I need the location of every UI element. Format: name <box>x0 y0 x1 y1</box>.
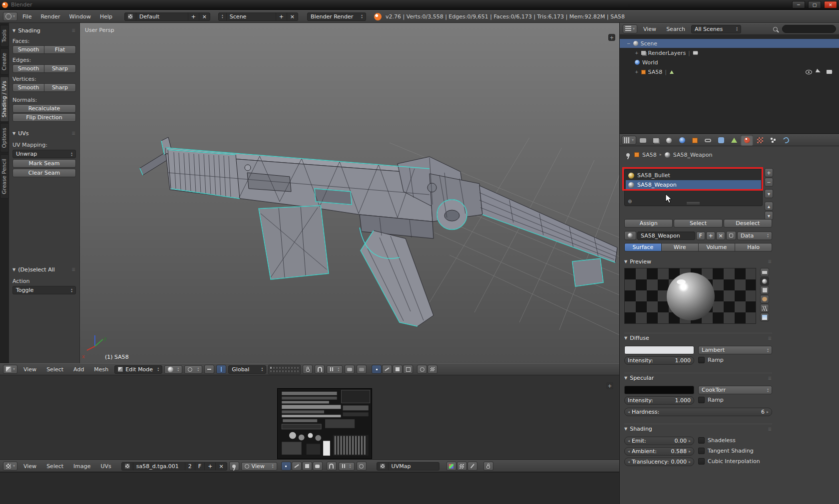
viewport-shading-dropdown[interactable]: ▴▾ <box>164 365 182 374</box>
specular-panel-header[interactable]: ▼Specular≣ <box>624 373 772 382</box>
deselect-all-panel-header[interactable]: ▼(De)select All≣ <box>12 265 76 274</box>
tab-particles-icon[interactable] <box>767 135 779 146</box>
preview-panel-header[interactable]: ▼Preview≣ <box>624 257 772 266</box>
tab-render-layers-icon[interactable] <box>650 135 662 146</box>
outliner-row-world[interactable]: World <box>620 58 839 67</box>
menu-help[interactable]: Help <box>96 10 116 22</box>
outliner-row-sa58[interactable]: + SA58 | <box>620 67 839 76</box>
specular-shader-dropdown[interactable]: CookTorr▴▾ <box>698 386 772 394</box>
tab-tools[interactable]: Tools <box>0 25 9 47</box>
menu-window[interactable]: Window <box>65 10 95 22</box>
panel-grip-icon[interactable]: ≣ <box>768 376 772 381</box>
material-slot-weapon[interactable]: SA58_Weapon <box>626 180 761 190</box>
image-users-count[interactable]: 2 <box>185 463 195 470</box>
tab-data-icon[interactable] <box>728 135 740 146</box>
uv-image-editor[interactable]: + <box>0 375 619 460</box>
menu-render[interactable]: Render <box>36 10 64 22</box>
menu-add[interactable]: Add <box>69 364 88 375</box>
scene-delete-button[interactable]: × <box>287 13 298 20</box>
preview-hair-icon[interactable] <box>760 304 769 312</box>
screen-browse-icon[interactable] <box>125 13 136 20</box>
panel-grip-icon[interactable]: ≣ <box>71 28 76 33</box>
render-opengl-icon[interactable] <box>345 365 355 374</box>
tab-scene-icon[interactable] <box>663 135 675 146</box>
outliner-item-label[interactable]: SA58 <box>648 69 663 75</box>
select-mode-edge-icon[interactable] <box>382 365 392 374</box>
preview-cube-icon[interactable] <box>760 286 769 294</box>
menu-file[interactable]: File <box>18 10 35 22</box>
breadcrumb-material[interactable]: SA58_Weapon <box>673 152 713 158</box>
ramp-checkbox[interactable] <box>698 397 705 403</box>
tab-grease-pencil[interactable]: Grease Pencil <box>0 154 9 199</box>
uv-snap-magnet-icon[interactable] <box>327 462 337 471</box>
material-browse-icon[interactable] <box>624 231 636 240</box>
outliner-item-label[interactable]: Scene <box>641 40 658 47</box>
faces-flat-button[interactable]: Flat <box>44 45 76 54</box>
shadeless-checkbox[interactable] <box>698 437 705 444</box>
menu-outliner-view[interactable]: View <box>639 23 660 34</box>
unwrap-dropdown[interactable]: Unwrap▴▾ <box>12 150 76 158</box>
type-wire-button[interactable]: Wire <box>662 243 699 252</box>
scene-name[interactable]: Scene <box>227 13 276 20</box>
occlude-geometry-icon[interactable] <box>403 365 413 374</box>
type-surface-button[interactable]: Surface <box>624 243 662 252</box>
material-unlink-button[interactable]: × <box>716 232 725 240</box>
material-name-field[interactable]: SA58_Weapon <box>637 232 695 240</box>
tab-options[interactable]: Options <box>0 123 9 153</box>
expander-icon[interactable]: + <box>635 69 639 74</box>
snap-magnet-icon[interactable] <box>315 365 325 374</box>
image-fake-user-button[interactable]: F <box>195 463 205 470</box>
editor-type-outliner-button[interactable]: ▾ <box>623 24 637 33</box>
outliner-item-label[interactable]: RenderLayers <box>648 50 686 56</box>
outliner-search-input[interactable] <box>782 25 836 33</box>
emit-field[interactable]: ◂Emit:0.00▸ <box>624 437 694 445</box>
breadcrumb-object[interactable]: SA58 <box>642 152 657 158</box>
image-name[interactable]: sa58_d.tga.001 <box>133 463 185 470</box>
list-filter-toggle-icon[interactable]: ⊕ <box>628 199 632 204</box>
vertices-sharp-button[interactable]: Sharp <box>44 83 76 92</box>
material-slot-bullet[interactable]: SA58_Bullet <box>626 171 761 180</box>
slot-specials-icon[interactable]: ▾ <box>765 189 773 198</box>
cubic-interpolation-checkbox[interactable] <box>698 458 705 465</box>
draw-channel-color-icon[interactable] <box>446 462 456 471</box>
viewport-3d[interactable]: User Persp + y x (1) SA58 <box>80 23 619 363</box>
tab-render-icon[interactable] <box>637 135 649 146</box>
select-mode-face-icon[interactable] <box>393 365 403 374</box>
menu-view[interactable]: View <box>19 461 40 472</box>
outliner-item-label[interactable]: World <box>642 59 658 66</box>
edges-smooth-button[interactable]: Smooth <box>12 64 44 73</box>
tab-physics-icon[interactable] <box>780 135 792 146</box>
maximize-button[interactable]: ▢ <box>808 1 821 8</box>
uv-select-face-icon[interactable] <box>302 462 312 471</box>
screen-layout-name[interactable]: Default <box>136 13 188 20</box>
renderable-icon[interactable] <box>693 51 698 55</box>
faces-smooth-button[interactable]: Smooth <box>12 45 44 54</box>
layers-widget[interactable] <box>268 365 301 374</box>
recalculate-button[interactable]: Recalculate <box>12 104 76 113</box>
uv-select-island-icon[interactable] <box>313 462 323 471</box>
renderable-camera-icon[interactable] <box>827 70 832 74</box>
pivot-align-icon[interactable] <box>204 365 214 374</box>
proportional-edit-icon[interactable] <box>417 365 427 374</box>
specular-color-swatch[interactable] <box>624 386 694 394</box>
slot-remove-button[interactable]: − <box>765 178 773 187</box>
fake-user-button[interactable]: F <box>696 232 705 240</box>
selectable-cursor-icon[interactable] <box>816 68 823 75</box>
pivot-dropdown[interactable]: ▴▾ <box>184 365 202 374</box>
editor-type-properties-button[interactable]: ▾ <box>622 136 636 145</box>
outliner-scope-dropdown[interactable]: All Scenes▴▾ <box>691 25 741 33</box>
pin-icon[interactable] <box>624 150 631 159</box>
ramp-checkbox[interactable] <box>698 357 705 363</box>
menu-uvs[interactable]: UVs <box>97 461 115 472</box>
hardness-field[interactable]: ◂Hardness:6▸ <box>624 408 772 416</box>
tab-constraints-icon[interactable] <box>702 135 714 146</box>
translucency-field[interactable]: ◂Translucency:0.000▸ <box>624 458 694 466</box>
diffuse-shader-dropdown[interactable]: Lambert▴▾ <box>698 346 772 354</box>
close-button[interactable]: ✕ <box>824 1 837 8</box>
screen-delete-button[interactable]: × <box>199 13 210 20</box>
flip-direction-button[interactable]: Flip Direction <box>12 113 76 122</box>
vertices-smooth-button[interactable]: Smooth <box>12 83 44 92</box>
tab-modifiers-icon[interactable] <box>715 135 727 146</box>
update-lock-icon[interactable] <box>483 462 493 471</box>
region-expand-icon[interactable]: + <box>606 382 613 389</box>
